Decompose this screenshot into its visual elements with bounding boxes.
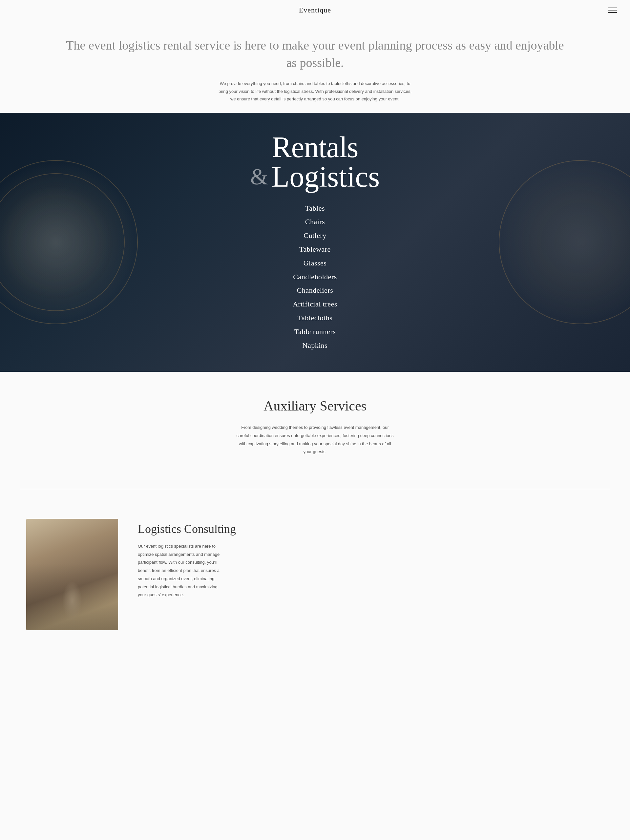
rental-item-1: Chairs [250, 215, 380, 229]
auxiliary-description: From designing wedding themes to providi… [236, 424, 394, 456]
navbar: Eventique [0, 0, 630, 21]
menu-icon-bar1 [608, 8, 617, 8]
menu-icon-bar2 [608, 10, 617, 11]
auxiliary-section: Auxiliary Services From designing weddin… [0, 372, 630, 472]
consulting-text: Logistics Consulting Our event logistics… [138, 512, 604, 599]
menu-button[interactable] [608, 8, 617, 13]
rental-item-8: Tablecloths [250, 311, 380, 325]
rentals-amp: & [250, 168, 268, 186]
rentals-section: Rentals & Logistics TablesChairsCutleryT… [0, 113, 630, 372]
rental-item-7: Artificial trees [250, 297, 380, 311]
rental-item-2: Cutlery [250, 229, 380, 243]
rentals-heading-row2: & Logistics [250, 162, 380, 192]
consulting-description: Our event logistics specialists are here… [138, 542, 223, 599]
consulting-image [26, 519, 118, 630]
rental-item-3: Tableware [250, 243, 380, 256]
section-divider [20, 489, 610, 489]
rentals-items-list: TablesChairsCutleryTablewareGlassesCandl… [250, 202, 380, 352]
auxiliary-heading: Auxiliary Services [66, 398, 564, 414]
hero-heading: The event logistics rental service is he… [66, 37, 564, 71]
rental-item-5: Candleholders [250, 270, 380, 284]
rentals-heading-row1: Rentals [272, 133, 358, 162]
rental-item-9: Table runners [250, 325, 380, 339]
rentals-heading-wrap: Rentals & Logistics [250, 133, 380, 192]
rental-item-0: Tables [250, 202, 380, 215]
rentals-title-line2: Logistics [272, 162, 380, 192]
hero-section: The event logistics rental service is he… [0, 21, 630, 113]
rental-item-6: Chandeliers [250, 284, 380, 297]
consulting-heading: Logistics Consulting [138, 522, 604, 536]
site-logo[interactable]: Eventique [299, 6, 331, 14]
menu-icon-bar3 [608, 12, 617, 13]
rental-item-10: Napkins [250, 339, 380, 352]
consulting-section: Logistics Consulting Our event logistics… [0, 506, 630, 657]
rental-item-4: Glasses [250, 256, 380, 270]
rentals-content: Rentals & Logistics TablesChairsCutleryT… [244, 113, 386, 372]
hero-description: We provide everything you need, from cha… [216, 80, 414, 103]
rentals-title-line1: Rentals [272, 133, 358, 162]
